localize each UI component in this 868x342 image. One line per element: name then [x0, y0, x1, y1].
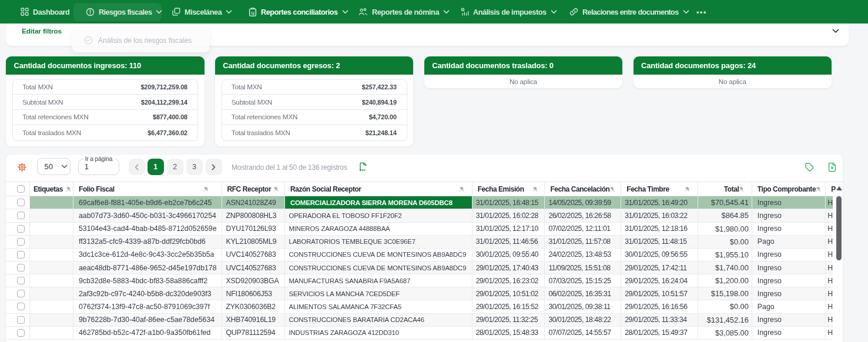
svg-text:csv: csv [360, 168, 366, 172]
